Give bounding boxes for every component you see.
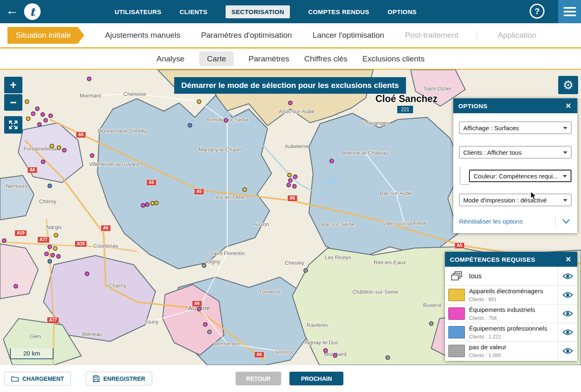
- tab-exclusions-clients[interactable]: Exclusions clients: [362, 54, 425, 63]
- client-dot[interactable]: [37, 122, 42, 127]
- client-dot[interactable]: [31, 112, 36, 116]
- client-dot[interactable]: [224, 118, 229, 123]
- client-dot[interactable]: [44, 252, 49, 256]
- client-dot[interactable]: [188, 123, 192, 128]
- client-dot[interactable]: [48, 184, 52, 188]
- client-dot[interactable]: [197, 100, 202, 104]
- client-dot[interactable]: [41, 112, 45, 117]
- client-dot[interactable]: [51, 253, 55, 258]
- tab-chiffres-cles[interactable]: Chiffres clés: [304, 54, 348, 63]
- legend-row[interactable]: Appareils électroménagers Clients : 691: [445, 285, 577, 304]
- client-dot[interactable]: [87, 77, 92, 81]
- step-situation-initiale[interactable]: Situation initiale: [7, 27, 84, 44]
- client-dot[interactable]: [203, 322, 208, 327]
- print-mode-select[interactable]: Mode d'impression : désactivé: [459, 194, 571, 206]
- zoom-out-button[interactable]: −: [4, 94, 22, 111]
- fullscreen-button[interactable]: [4, 116, 22, 134]
- map-canvas[interactable]: MormantChenoiseDonnemarie-DontillyRomill…: [0, 70, 581, 365]
- legend-row-all[interactable]: tous: [445, 267, 577, 285]
- client-dot[interactable]: [25, 100, 29, 104]
- nav-item-clients[interactable]: CLIENTS: [180, 8, 207, 15]
- tab-analyse[interactable]: Analyse: [156, 54, 185, 63]
- road-badge: A6: [101, 225, 111, 231]
- client-dot[interactable]: [14, 284, 18, 289]
- client-dot[interactable]: [202, 263, 207, 268]
- color-by-select[interactable]: Couleur: Compétences requi...: [469, 170, 571, 182]
- tab-carte[interactable]: Carte: [199, 52, 233, 66]
- client-dot[interactable]: [50, 144, 54, 149]
- reset-options-link[interactable]: Réinitialiser les options: [459, 218, 523, 225]
- client-dot[interactable]: [26, 117, 31, 121]
- nav-item-options[interactable]: OPTIONS: [387, 8, 416, 15]
- client-dot[interactable]: [54, 233, 58, 238]
- client-dot[interactable]: [323, 348, 328, 353]
- client-dot[interactable]: [53, 246, 58, 251]
- client-dot[interactable]: [154, 201, 159, 205]
- clients-filter-select[interactable]: Clients : Afficher tous: [459, 146, 571, 158]
- save-button[interactable]: ENREGISTRER: [86, 372, 152, 385]
- collapse-panel-button[interactable]: [555, 217, 571, 226]
- map-city-label: Aix-en-Othe: [216, 194, 244, 200]
- eye-icon: [562, 329, 573, 336]
- client-dot[interactable]: [57, 146, 61, 150]
- visibility-toggle[interactable]: [558, 323, 577, 341]
- client-dot[interactable]: [243, 187, 247, 192]
- client-dot[interactable]: [304, 268, 308, 273]
- client-dot[interactable]: [85, 272, 90, 276]
- legend-row[interactable]: Équipements professionnels Clients : 1.2…: [445, 323, 577, 341]
- step-ajustements-manuels[interactable]: Ajustements manuels: [105, 31, 180, 40]
- client-dot[interactable]: [333, 353, 338, 358]
- next-button[interactable]: PROCHAIN: [289, 372, 343, 385]
- client-dot[interactable]: [62, 148, 67, 153]
- legend-row[interactable]: Équipements industriels Clients : 756: [445, 304, 577, 323]
- selection-mode-banner[interactable]: Démarrer le mode de sélection pour les e…: [174, 77, 406, 94]
- step-parametres-optimisation[interactable]: Paramètres d'optimisation: [201, 31, 292, 40]
- nav-item-comptes-rendus[interactable]: COMPTES RENDUS: [308, 8, 369, 15]
- visibility-toggle[interactable]: [558, 286, 577, 304]
- nav-item-utilisateurs[interactable]: UTILISATEURS: [114, 8, 161, 15]
- road-badge: A5: [455, 242, 465, 249]
- visibility-toggle[interactable]: [558, 304, 577, 323]
- step-lancer-optimisation[interactable]: Lancer l'optimisation: [313, 31, 384, 40]
- nav-item-sectorisation[interactable]: SECTORISATION: [226, 5, 290, 18]
- client-dot[interactable]: [48, 245, 52, 249]
- client-dot[interactable]: [287, 183, 291, 187]
- eye-icon: [562, 291, 573, 299]
- close-icon[interactable]: ✕: [564, 101, 573, 111]
- legend-row[interactable]: pas de valeur Clients : 1.089: [445, 341, 577, 360]
- zoom-in-button[interactable]: +: [4, 77, 22, 93]
- client-dot[interactable]: [90, 153, 95, 158]
- client-dot[interactable]: [293, 175, 298, 179]
- client-dot[interactable]: [207, 330, 212, 334]
- help-button[interactable]: ?: [530, 4, 545, 19]
- client-dot[interactable]: [41, 160, 46, 164]
- client-dot[interactable]: [287, 173, 292, 178]
- close-icon[interactable]: ✕: [564, 254, 573, 265]
- map-settings-button[interactable]: ⚙: [558, 76, 578, 94]
- hamburger-menu-icon[interactable]: [558, 0, 581, 23]
- load-button[interactable]: CHARGEMENT: [4, 372, 71, 385]
- client-dot[interactable]: [288, 178, 293, 183]
- visibility-toggle[interactable]: [558, 267, 577, 285]
- map-city-label: Aubeterre: [284, 143, 308, 149]
- client-dot[interactable]: [386, 355, 390, 360]
- client-dot[interactable]: [44, 118, 48, 123]
- client-dot[interactable]: [48, 259, 52, 264]
- client-dot[interactable]: [56, 254, 61, 259]
- road-badge: A5: [76, 131, 86, 138]
- display-mode-select[interactable]: Affichage : Surfaces: [459, 122, 571, 134]
- client-dot[interactable]: [429, 321, 434, 326]
- client-dot[interactable]: [145, 202, 150, 207]
- client-dot[interactable]: [292, 184, 297, 189]
- tab-parametres[interactable]: Paramètres: [248, 54, 289, 63]
- client-dot[interactable]: [35, 107, 40, 111]
- client-dot[interactable]: [2, 239, 7, 243]
- visibility-toggle[interactable]: [558, 342, 577, 360]
- save-button-label: ENREGISTRER: [103, 375, 145, 382]
- eye-icon: [562, 310, 573, 317]
- client-dot[interactable]: [288, 101, 293, 105]
- folder-icon: [11, 375, 19, 382]
- client-dot[interactable]: [197, 307, 202, 312]
- client-dot[interactable]: [49, 114, 53, 118]
- client-dot[interactable]: [330, 159, 334, 163]
